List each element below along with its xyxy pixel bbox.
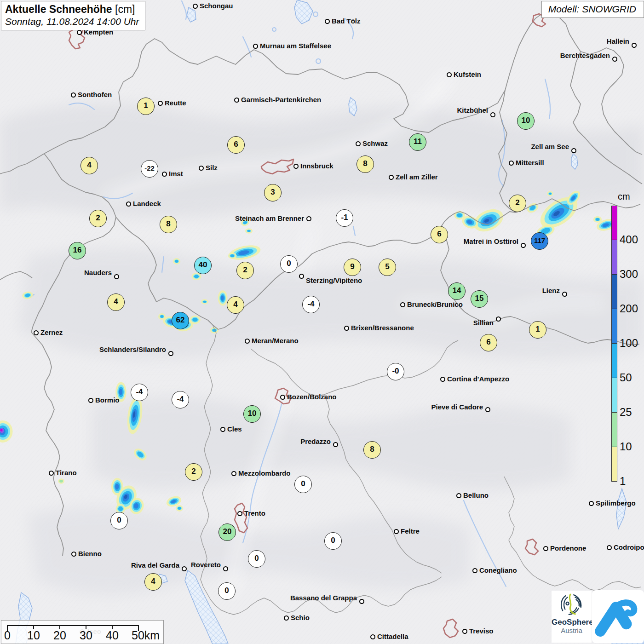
station-snow-depth: 1 <box>529 321 546 339</box>
city-label: Cortina d'Ampezzo <box>447 375 509 383</box>
station-snow-depth: 4 <box>80 157 98 174</box>
station-snow-depth: 4 <box>144 573 162 591</box>
city-marker <box>333 442 338 447</box>
legend-band <box>611 344 617 378</box>
geosphere-logo-icon <box>559 593 585 615</box>
scalebar-label: 0 <box>4 629 11 642</box>
snow-patch <box>593 216 602 223</box>
city-marker <box>612 57 617 62</box>
city-marker <box>299 274 304 279</box>
station-snow-depth: 4 <box>227 296 244 314</box>
avalanche-logo <box>592 590 644 643</box>
city-marker <box>158 101 163 106</box>
city-marker <box>231 471 236 476</box>
legend-unit-label: cm <box>618 191 630 202</box>
station-snow-depth: 62 <box>172 312 189 329</box>
city-label: Meran/Merano <box>252 337 299 345</box>
city-label: Cles <box>227 425 242 433</box>
city-marker <box>237 511 242 516</box>
snow-patch <box>190 316 201 324</box>
city-label: Conegliano <box>479 566 517 575</box>
city-label: Rovereto <box>191 561 221 569</box>
legend-tick-label: 100 <box>620 337 638 350</box>
city-marker <box>325 19 330 24</box>
city-marker <box>359 599 364 604</box>
city-marker <box>234 98 239 103</box>
city-label: Bad Tölz <box>332 17 361 25</box>
geosphere-logo-name: GeoSphere <box>552 618 592 627</box>
city-label: Landeck <box>133 200 161 208</box>
city-marker <box>589 501 594 506</box>
snow-patch <box>191 273 201 280</box>
city-label: Treviso <box>469 627 494 635</box>
scalebar-label: 50km <box>132 629 160 642</box>
city-label: Imst <box>169 170 183 178</box>
city-label: Silz <box>206 164 218 172</box>
city-marker <box>440 377 445 382</box>
city-label: Bruneck/Brunico <box>407 300 463 309</box>
scalebar-label: 10 <box>27 629 40 642</box>
city-marker <box>370 634 375 639</box>
station-snow-depth: 2 <box>236 262 254 279</box>
station-snow-depth: 8 <box>356 155 374 173</box>
legend-tick-label: 10 <box>620 440 632 453</box>
station-snow-depth: 0 <box>324 532 342 550</box>
station-snow-depth: -4 <box>172 391 189 408</box>
city-marker <box>199 166 204 171</box>
station-snow-depth: 3 <box>264 184 282 201</box>
city-marker <box>88 398 93 403</box>
legend-band <box>611 413 617 447</box>
legend-band <box>611 275 617 309</box>
city-marker <box>394 529 399 534</box>
city-label: Predazzo <box>300 437 331 446</box>
city-marker <box>280 395 285 400</box>
city-marker <box>543 546 548 551</box>
city-marker <box>389 175 394 180</box>
city-marker <box>182 566 187 571</box>
city-marker <box>71 552 76 557</box>
city-marker <box>193 4 198 9</box>
snow-patch <box>173 258 180 264</box>
city-label: Spilimbergo <box>596 499 636 507</box>
station-snow-depth: 6 <box>431 226 448 243</box>
city-label: Bienno <box>78 550 102 558</box>
legend-tick-label: 300 <box>620 268 638 281</box>
city-marker <box>220 427 225 432</box>
snow-patch <box>158 313 166 320</box>
station-snow-depth: 2 <box>509 195 526 212</box>
geosphere-logo: GeoSphere Austria <box>552 591 592 643</box>
city-marker <box>462 629 467 634</box>
city-marker <box>49 471 54 476</box>
snow-patch <box>547 191 553 196</box>
city-marker <box>571 148 576 153</box>
city-label: Pordenone <box>550 544 586 552</box>
city-marker <box>490 112 495 117</box>
legend-tick-label: 200 <box>620 302 638 315</box>
city-label: Riva del Garda <box>131 561 179 569</box>
city-label: Mittersill <box>516 159 544 167</box>
station-snow-depth: 4 <box>107 293 125 311</box>
city-marker <box>607 545 612 550</box>
station-snow-depth: 0 <box>280 255 298 273</box>
snow-patch <box>176 505 183 512</box>
city-label: Hallein <box>607 37 629 46</box>
city-label: Murnau am Staffelsee <box>260 42 331 50</box>
station-snow-depth: 40 <box>194 257 212 274</box>
city-marker <box>447 72 452 77</box>
station-snow-depth: 8 <box>363 441 381 459</box>
city-label: Bassano del Grappa <box>290 594 357 602</box>
snow-patch <box>228 253 237 259</box>
city-label: Kufstein <box>454 70 481 79</box>
city-marker <box>562 292 567 297</box>
city-label: Codroipo <box>614 543 644 552</box>
station-snow-depth: 15 <box>471 290 488 308</box>
city-marker <box>496 316 501 322</box>
map-title: Aktuelle Schneehöhe [cm] <box>5 3 139 16</box>
legend-band <box>611 206 617 240</box>
city-marker <box>34 330 39 335</box>
station-snow-depth: 20 <box>218 523 236 541</box>
legend-tick-label: 25 <box>620 406 632 419</box>
city-label: Belluno <box>463 491 489 500</box>
city-label: Lienz <box>542 287 560 295</box>
city-label: Trento <box>244 509 265 518</box>
